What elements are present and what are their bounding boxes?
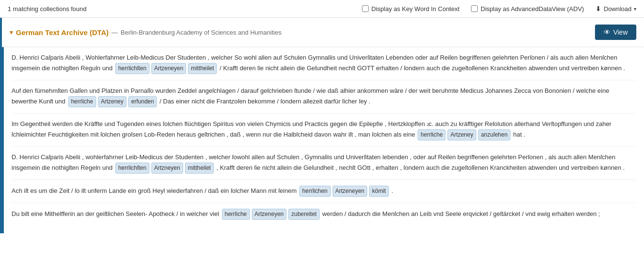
download-button[interactable]: ⬇ Download ▾ (595, 5, 636, 13)
adv-checkbox[interactable] (471, 5, 478, 12)
paragraph-text: hat . (511, 131, 525, 138)
result-paragraph: D. Henrici Caſparis Abelii , wohlerfahrn… (12, 147, 636, 180)
highlight-badge: kömit (369, 186, 389, 197)
collection-separator: — (111, 29, 118, 36)
paragraph-text: / Das einer nicht die Frantzoſen bekomme… (158, 98, 370, 105)
paragraph-text: , Krafft deren ſie nicht allein die Geſu… (215, 164, 625, 171)
highlight-badge: mittheilet (188, 63, 217, 74)
collection-header: ▾ German Text Archive (DTA) — Berlin-Bra… (2, 18, 644, 47)
view-button[interactable]: 👁 View (595, 25, 636, 40)
results-count: 1 matching collections found (8, 5, 87, 13)
adv-label: Display as AdvancedDataView (ADV) (481, 5, 584, 13)
paragraph-text: Du biſt eine Mithelfferin an der geiſtli… (12, 210, 221, 217)
highlight-badge: herrliche (222, 209, 250, 220)
adv-checkbox-label[interactable]: Display as AdvancedDataView (ADV) (471, 5, 584, 13)
highlight-badge: Artzeneyen (151, 63, 186, 74)
collection-subtitle: Berlin-Brandenburg Academy of Sciences a… (121, 29, 282, 36)
collection-section: ▾ German Text Archive (DTA) — Berlin-Bra… (0, 18, 644, 233)
top-bar: 1 matching collections found Display as … (0, 0, 644, 18)
expand-chevron-icon[interactable]: ▾ (10, 28, 13, 36)
highlight-badge: Artzeneyen (333, 186, 368, 197)
paragraph-text: werden / dadurch die Menſchen an Leib vn… (321, 210, 600, 217)
collection-title-area: ▾ German Text Archive (DTA) — Berlin-Bra… (10, 28, 282, 37)
results-container: D. Henrici Caſparis Abelii , Wohlerfahrn… (2, 47, 644, 233)
highlight-badge: Artzeney (98, 96, 126, 107)
chevron-down-icon: ▾ (634, 6, 636, 12)
highlight-badge: herrliche (418, 129, 446, 140)
highlight-badge: herrlichſten (115, 63, 149, 74)
highlight-badge: Artzeney (447, 129, 476, 140)
result-paragraph: Im Gegentheil werden die Kräffte und Tug… (12, 114, 636, 147)
highlight-badge: Artzeneyen (252, 209, 287, 220)
kwic-label: Display as Key Word In Context (372, 5, 459, 13)
result-paragraph: D. Henrici Caſparis Abelii , Wohlerfahrn… (12, 47, 636, 80)
highlight-badge: zubereitet (288, 209, 320, 220)
highlight-badge: herrlichſten (115, 163, 149, 174)
download-icon: ⬇ (595, 5, 601, 13)
result-paragraph: Auf den fürnehmſten Gaſſen und Platzen i… (12, 80, 636, 114)
result-paragraph: Ach iſt es um die Zeit / ſo iſt unferm L… (12, 180, 636, 203)
top-bar-controls: Display as Key Word In Context Display a… (362, 5, 636, 13)
highlight-badge: herrliche (68, 96, 96, 107)
view-button-label: View (613, 28, 628, 36)
paragraph-text: / Krafft deren ſie nicht allein die Geſu… (218, 64, 625, 72)
highlight-badge: erfunden (128, 96, 157, 107)
paragraph-text: . (390, 187, 393, 194)
paragraph-text: Ach iſt es um die Zeit / ſo iſt unferm L… (12, 187, 298, 194)
highlight-badge: mittheilet (185, 163, 214, 174)
kwic-checkbox[interactable] (362, 5, 369, 12)
highlight-badge: anzuſehen (478, 129, 510, 140)
download-label: Download (604, 5, 632, 13)
highlight-badge: Artzneyen (151, 163, 183, 174)
highlight-badge: herrlichen (299, 186, 331, 197)
eye-icon: 👁 (604, 28, 610, 36)
kwic-checkbox-label[interactable]: Display as Key Word In Context (362, 5, 459, 13)
result-paragraph: Du biſt eine Mithelfferin an der geiſtli… (12, 203, 636, 226)
collection-name-link[interactable]: German Text Archive (DTA) (16, 28, 109, 37)
